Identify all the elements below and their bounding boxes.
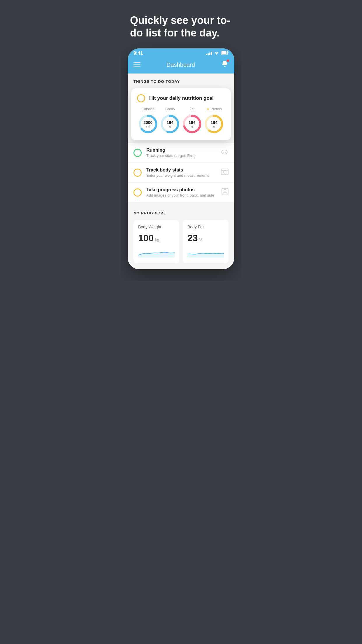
nav-title: Dashboard: [166, 62, 195, 68]
body-weight-unit: kg: [155, 237, 159, 242]
calories-label: Calories: [142, 107, 154, 111]
nutrition-card: Hit your daily nutrition goal Calories: [131, 88, 231, 140]
phone-mockup: 9:41: [128, 48, 234, 269]
body-fat-card[interactable]: Body Fat 23 %: [183, 220, 229, 263]
carbs-unit: g: [167, 125, 173, 128]
progress-section: MY PROGRESS Body Weight 100 kg: [128, 202, 234, 269]
fat-unit: g: [189, 125, 195, 128]
status-icons: [206, 51, 229, 56]
wifi-icon: [214, 51, 219, 56]
hero-section: Quickly see your to-do list for the day.: [121, 0, 241, 48]
carbs-label: Carbs: [165, 107, 175, 111]
hamburger-menu-button[interactable]: [133, 62, 140, 67]
protein-label: ★ Protein: [206, 107, 222, 111]
running-content: Running Track your stats (target: 5km): [146, 148, 216, 158]
content-area: THINGS TO DO TODAY Hit your daily nutrit…: [128, 74, 234, 269]
todo-item-running[interactable]: Running Track your stats (target: 5km): [128, 143, 234, 162]
body-stats-subtitle: Enter your weight and measurements: [146, 173, 216, 178]
todo-list: Running Track your stats (target: 5km): [128, 143, 234, 202]
body-weight-sparkline: [138, 247, 175, 258]
notification-badge: [227, 60, 229, 62]
body-weight-value: 100: [138, 233, 154, 244]
nutrition-card-header: Hit your daily nutrition goal: [137, 94, 225, 102]
body-stats-title: Track body stats: [146, 167, 216, 173]
body-fat-sparkline: [187, 247, 224, 258]
nutrition-checkbox[interactable]: [137, 94, 145, 102]
protein-star-icon: ★: [206, 107, 210, 111]
signal-icon: [206, 52, 212, 55]
fat-label: Fat: [189, 107, 194, 111]
body-weight-value-row: 100 kg: [138, 233, 175, 244]
protein-donut: 164 g: [203, 113, 224, 134]
calories-item: Calories 2000 cal: [138, 107, 159, 134]
hero-title: Quickly see your to-do list for the day.: [130, 14, 232, 39]
calories-donut: 2000 cal: [138, 113, 159, 134]
progress-photos-checkbox[interactable]: [133, 188, 142, 197]
body-fat-value-row: 23 %: [187, 233, 224, 244]
running-icon: [220, 149, 229, 156]
status-bar: 9:41: [128, 48, 234, 57]
svg-rect-1: [222, 51, 226, 54]
running-subtitle: Track your stats (target: 5km): [146, 153, 216, 158]
page-wrapper: Quickly see your to-do list for the day.…: [121, 0, 241, 281]
notifications-button[interactable]: [221, 60, 229, 69]
carbs-item: Carbs 164 g: [159, 107, 180, 134]
progress-photos-content: Take progress photos Add images of your …: [146, 187, 217, 197]
protein-value: 164: [211, 120, 217, 125]
carbs-value: 164: [167, 120, 173, 125]
person-photo-icon: [222, 188, 229, 197]
calories-unit: cal: [143, 125, 152, 128]
fat-item: Fat 164 g: [182, 107, 203, 134]
status-time: 9:41: [133, 51, 143, 56]
running-checkbox[interactable]: [133, 149, 142, 157]
todo-item-body-stats[interactable]: Track body stats Enter your weight and m…: [128, 162, 234, 182]
body-stats-checkbox[interactable]: [133, 169, 142, 177]
bottom-spacer: [121, 269, 241, 281]
body-stats-content: Track body stats Enter your weight and m…: [146, 167, 216, 178]
fat-value: 164: [189, 120, 195, 125]
progress-cards: Body Weight 100 kg Body Fat: [133, 220, 229, 263]
running-title: Running: [146, 148, 216, 153]
scale-icon: [221, 169, 229, 176]
things-to-do-header: THINGS TO DO TODAY: [128, 79, 234, 88]
protein-unit: g: [211, 125, 217, 128]
nutrition-card-title: Hit your daily nutrition goal: [149, 95, 214, 101]
body-fat-value: 23: [187, 233, 198, 244]
svg-point-15: [224, 190, 226, 192]
body-weight-card[interactable]: Body Weight 100 kg: [133, 220, 179, 263]
body-fat-unit: %: [199, 237, 203, 242]
battery-icon: [221, 51, 229, 56]
progress-photos-subtitle: Add images of your front, back, and side: [146, 193, 217, 197]
calories-value: 2000: [143, 120, 152, 125]
body-weight-title: Body Weight: [138, 225, 175, 229]
body-fat-title: Body Fat: [187, 225, 224, 229]
todo-item-progress-photos[interactable]: Take progress photos Add images of your …: [128, 182, 234, 202]
svg-rect-11: [221, 169, 228, 175]
progress-photos-title: Take progress photos: [146, 187, 217, 192]
nutrition-row: Calories 2000 cal: [137, 107, 225, 134]
fat-donut: 164 g: [182, 113, 203, 134]
carbs-donut: 164 g: [159, 113, 180, 134]
nav-bar: Dashboard: [128, 57, 234, 74]
protein-item: ★ Protein 164 g: [203, 107, 224, 134]
progress-header: MY PROGRESS: [133, 211, 229, 215]
